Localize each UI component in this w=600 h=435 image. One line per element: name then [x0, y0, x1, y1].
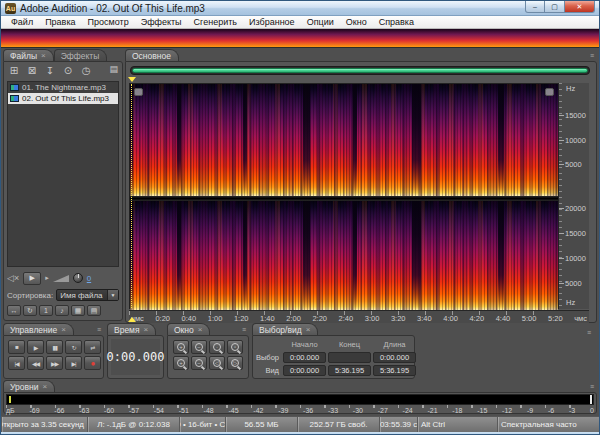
db-tick-label: -42: [253, 407, 263, 414]
db-tick-label: -48: [204, 407, 214, 414]
left-channel-indicator[interactable]: [134, 88, 143, 96]
levels-panel: Уровни × ≡ дБ-69-66-63-60-57-54-51-48-45…: [3, 380, 597, 414]
db-tick-label: -51: [179, 407, 189, 414]
tab-transport[interactable]: Управление ×: [3, 323, 74, 335]
minimize-button[interactable]: –: [525, 1, 545, 13]
file-list-item[interactable]: 02. Out Of This Life.mp3: [8, 93, 118, 104]
zoom-selection-right-button[interactable]: ▷: [227, 356, 243, 370]
zoom-in-vertical-button[interactable]: +: [173, 356, 189, 370]
loop-knob[interactable]: [73, 273, 83, 283]
preview-play-button[interactable]: ▶: [23, 272, 41, 285]
close-tab-icon[interactable]: ×: [42, 382, 47, 391]
db-tick-label: -60: [104, 407, 114, 414]
menu-item[interactable]: Эффекты: [135, 17, 188, 27]
close-button[interactable]: ✕: [565, 1, 595, 13]
close-tab-icon[interactable]: ×: [61, 325, 66, 334]
close-file-button[interactable]: ⊠: [25, 64, 39, 77]
db-tick-label: дБ: [6, 407, 15, 414]
tab-effects[interactable]: Эффекты: [54, 49, 108, 61]
time-tick-label: 0:20: [155, 314, 170, 323]
status-segment: 252.57 ГБ своб.: [297, 417, 379, 432]
tab-files[interactable]: Файлы ×: [3, 49, 54, 61]
show-audio-filter-button[interactable]: ↔: [7, 305, 21, 316]
zoom-to-selection-button[interactable]: ▫: [227, 340, 243, 354]
frequency-ruler[interactable]: 15000100005000 2000015000100005000: [559, 83, 589, 309]
close-tab-icon[interactable]: ×: [198, 325, 203, 334]
zoom-selection-left-button[interactable]: ◁: [209, 356, 225, 370]
auto-play-mute-icon[interactable]: ◁×: [7, 273, 19, 283]
insert-into-cd-button[interactable]: ⊙: [61, 64, 75, 77]
close-tab-icon[interactable]: ×: [306, 325, 311, 334]
playhead-line[interactable]: [131, 84, 132, 308]
current-time-display[interactable]: 0:00.000: [111, 339, 160, 375]
follow-playback-icon[interactable]: ▸: [45, 274, 49, 282]
view-length-field[interactable]: 5:36.195: [373, 365, 416, 376]
menu-item[interactable]: Опции: [301, 17, 340, 27]
channel-options-chip[interactable]: [545, 88, 554, 96]
db-tick-label: -6: [548, 407, 554, 414]
file-list-item[interactable]: 01. The Nightmare.mp3: [8, 82, 118, 93]
sort-select[interactable]: Имя файла ▼: [56, 289, 119, 301]
panel-menu-icon[interactable]: ≡: [587, 329, 591, 336]
zoom-out-vertical-button[interactable]: −: [191, 356, 207, 370]
panel-menu-icon[interactable]: ≡: [590, 52, 594, 59]
timeline-ruler[interactable]: чмс 0:200:401:001:201:402:002:202:403:00…: [129, 310, 589, 323]
selection-start-field[interactable]: 0:00.000: [283, 352, 326, 363]
panel-menu-icon[interactable]: ≡: [242, 326, 246, 333]
menu-item[interactable]: Правка: [39, 17, 81, 27]
spectral-display[interactable]: [129, 83, 559, 309]
zoom-out-full-button[interactable]: ·: [209, 340, 225, 354]
spectral-quiet-band: [498, 201, 504, 310]
session-filter-button[interactable]: ▤: [87, 305, 101, 316]
close-tab-icon[interactable]: ×: [144, 325, 149, 334]
advanced-options-button[interactable]: ▤: [109, 64, 118, 74]
range-navigation-bar[interactable]: [130, 66, 590, 75]
selection-length-field[interactable]: 0:00.000: [373, 352, 416, 363]
spectrogram-right-channel[interactable]: [130, 201, 558, 310]
title-bar[interactable]: Au Adobe Audition - 02. Out Of This Life…: [1, 1, 599, 16]
view-start-field[interactable]: 0:00.000: [283, 365, 326, 376]
maximize-button[interactable]: ▢: [545, 1, 565, 13]
menu-item[interactable]: Просмотр: [82, 17, 135, 27]
tab-selection-view[interactable]: Выбор/вид ×: [252, 323, 318, 335]
preview-volume-slider[interactable]: [53, 275, 69, 282]
close-tab-icon[interactable]: ×: [41, 51, 46, 60]
file-properties-button[interactable]: ◷: [79, 64, 93, 77]
spectral-frequency-display-button[interactable]: [213, 32, 230, 45]
menu-item[interactable]: Файл: [5, 17, 39, 27]
col-start-header: Начало: [283, 340, 326, 349]
frequency-tick-label: 5000: [565, 280, 582, 288]
tab-time[interactable]: Время ×: [107, 323, 156, 335]
time-tick-label: 4:40: [496, 314, 511, 323]
video-filter-button[interactable]: ▦: [71, 305, 85, 316]
file-list[interactable]: 01. The Nightmare.mp3 02. Out Of This Li…: [7, 81, 119, 267]
music-filter-button[interactable]: ♪: [55, 305, 69, 316]
marker-filter-button[interactable]: 1: [39, 305, 53, 316]
level-meter[interactable]: [6, 394, 594, 405]
tab-main[interactable]: Основное: [125, 49, 179, 61]
selection-end-field[interactable]: [328, 352, 371, 363]
menu-item[interactable]: Избранное: [243, 17, 301, 27]
tab-levels[interactable]: Уровни ×: [3, 380, 55, 392]
range-navigation-handle[interactable]: [132, 68, 588, 73]
loop-filter-button[interactable]: ↻: [23, 305, 37, 316]
spectrogram-left-channel[interactable]: [130, 84, 558, 196]
view-end-field[interactable]: 5:36.195: [328, 365, 371, 376]
zoom-out-horizontal-button[interactable]: −: [191, 340, 207, 354]
tab-zoom[interactable]: Окно ×: [167, 323, 210, 335]
menu-item[interactable]: Окно: [340, 17, 373, 27]
menu-item[interactable]: Сгенерить: [188, 17, 243, 27]
chevron-down-icon[interactable]: ▼: [107, 290, 118, 300]
loop-count-value[interactable]: 0: [87, 274, 91, 283]
panel-menu-icon[interactable]: ≡: [590, 383, 594, 390]
menu-item[interactable]: Справка: [373, 17, 420, 27]
playhead-marker-top[interactable]: [128, 77, 136, 82]
zoom-in-horizontal-button[interactable]: +: [173, 340, 189, 354]
row-selection-label: Выбор: [255, 353, 281, 362]
insert-into-multitrack-button[interactable]: ↧: [43, 64, 57, 77]
spectral-quiet-band: [303, 84, 310, 196]
db-tick-label: -57: [129, 407, 139, 414]
playhead-marker-bottom[interactable]: [128, 317, 136, 322]
panel-menu-icon[interactable]: ≡: [97, 326, 101, 333]
import-file-button[interactable]: ⊞: [7, 64, 21, 77]
